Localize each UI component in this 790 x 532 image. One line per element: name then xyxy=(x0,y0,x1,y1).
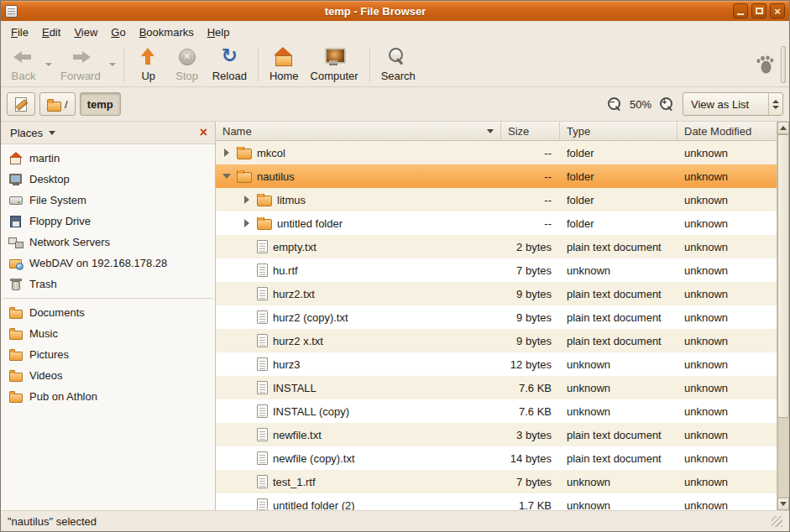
expander-collapsed-icon[interactable] xyxy=(241,219,252,227)
sidebar-item-trash[interactable]: Trash xyxy=(1,274,215,295)
home-icon xyxy=(8,152,24,165)
search-icon xyxy=(387,47,409,67)
list-column: Name Size Type Date Modified mkcol--fold… xyxy=(216,122,777,510)
file-row-nautilus[interactable]: nautilus--folderunknown xyxy=(216,164,777,188)
minimize-button[interactable] xyxy=(733,3,748,18)
menu-go[interactable]: Go xyxy=(104,23,132,42)
sidebar-item-desktop[interactable]: Desktop xyxy=(1,169,215,190)
size-cell: 14 bytes xyxy=(501,452,560,465)
computer-button[interactable]: Computer xyxy=(305,45,364,84)
resize-grip[interactable] xyxy=(772,516,782,527)
column-header-type[interactable]: Type xyxy=(560,122,678,140)
zoom-in-button[interactable]: + xyxy=(660,97,673,111)
titlebar[interactable]: temp - File Browser xyxy=(1,1,789,21)
menu-help[interactable]: Help xyxy=(201,23,237,42)
network-icon xyxy=(8,236,24,249)
column-header-size[interactable]: Size xyxy=(501,122,560,140)
view-mode-select[interactable]: View as List xyxy=(683,92,783,116)
reload-button[interactable]: Reload xyxy=(207,45,253,84)
sidebar-mode-select[interactable]: Places xyxy=(7,125,59,141)
menu-file[interactable]: File xyxy=(4,23,35,42)
file-row-untitled-folder-2-[interactable]: untitled folder (2)1.7 KBunknownunknown xyxy=(216,493,777,510)
text-file-icon xyxy=(257,498,268,510)
path-button-current[interactable]: temp xyxy=(80,92,121,116)
menu-edit[interactable]: Edit xyxy=(35,23,67,42)
toolbar-separator xyxy=(258,47,259,82)
main-area: Places martinDesktopFile SystemFloppy Dr… xyxy=(1,122,789,510)
expander-expanded-icon[interactable] xyxy=(221,174,232,179)
column-label: Type xyxy=(567,125,590,138)
file-row-test-1-rtf[interactable]: test_1.rtf7 bytesunknownunknown xyxy=(216,470,777,493)
stop-label: Stop xyxy=(175,70,198,82)
size-cell: -- xyxy=(501,217,560,230)
back-label: Back xyxy=(12,70,36,82)
forward-label: Forward xyxy=(60,70,101,82)
date-modified-cell: unknown xyxy=(678,358,777,371)
scroll-up-button[interactable] xyxy=(777,122,789,134)
text-file-icon xyxy=(257,451,268,465)
file-row-hurz2-copy-txt[interactable]: hurz2 (copy).txt9 bytesplain text docume… xyxy=(216,305,777,329)
sidebar-item-network-servers[interactable]: Network Servers xyxy=(1,232,215,253)
chevron-down-icon xyxy=(49,131,55,135)
home-button[interactable]: Home xyxy=(264,45,305,84)
file-row-newfile-txt[interactable]: newfile.txt3 bytesplain text documentunk… xyxy=(216,423,777,446)
menu-bookmarks[interactable]: Bookmarks xyxy=(133,23,201,42)
file-name: hurz2 (copy).txt xyxy=(273,311,348,324)
stop-button: Stop xyxy=(168,45,207,84)
column-header-name[interactable]: Name xyxy=(216,122,501,140)
file-row-hurz3[interactable]: hurz312 bytesunknownunknown xyxy=(216,352,777,376)
file-row-INSTALL[interactable]: INSTALL7.6 KBunknownunknown xyxy=(216,376,777,399)
close-button[interactable] xyxy=(770,3,785,18)
vertical-scrollbar[interactable] xyxy=(777,122,789,510)
date-modified-cell: unknown xyxy=(678,452,777,465)
menu-view[interactable]: View xyxy=(67,23,104,42)
up-label: Up xyxy=(141,70,155,82)
sidebar-close-button[interactable] xyxy=(198,126,209,139)
maximize-button[interactable] xyxy=(751,3,766,18)
expander-collapsed-icon[interactable] xyxy=(241,196,252,204)
file-row-hu-rtf[interactable]: hu.rtf7 bytesunknownunknown xyxy=(216,258,777,282)
toolbar-grip[interactable] xyxy=(781,46,786,83)
file-name: untitled folder xyxy=(277,217,343,230)
file-row-empty-txt[interactable]: empty.txt2 bytesplain text documentunkno… xyxy=(216,235,777,258)
file-row-mkcol[interactable]: mkcol--folderunknown xyxy=(216,141,777,164)
sidebar-item-floppy-drive[interactable]: Floppy Drive xyxy=(1,211,215,232)
date-modified-cell: unknown xyxy=(678,382,777,394)
size-cell: -- xyxy=(501,170,560,183)
location-bar: / temp − 50% + View as List xyxy=(1,87,789,122)
name-cell: empty.txt xyxy=(216,240,501,253)
back-history-dropdown xyxy=(43,45,55,84)
zoom-out-button[interactable]: − xyxy=(608,97,621,111)
scrollbar-thumb[interactable] xyxy=(777,134,789,418)
size-cell: 3 bytes xyxy=(501,429,560,441)
file-row-untitled-folder[interactable]: untitled folder--folderunknown xyxy=(216,211,777,235)
file-name: hurz2 x.txt xyxy=(273,335,323,347)
sidebar-item-pictures[interactable]: Pictures xyxy=(1,344,215,365)
edit-location-toggle[interactable] xyxy=(7,92,35,116)
scroll-down-button[interactable] xyxy=(777,498,789,510)
scrollbar-track[interactable] xyxy=(777,134,789,498)
sort-arrow-icon xyxy=(487,129,494,133)
file-row-INSTALL-copy-[interactable]: INSTALL (copy)7.6 KBunknownunknown xyxy=(216,399,777,423)
sidebar-item-music[interactable]: Music xyxy=(1,323,215,344)
expander-collapsed-icon[interactable] xyxy=(221,149,232,157)
file-row-hurz2-x-txt[interactable]: hurz2 x.txt9 bytesplain text documentunk… xyxy=(216,329,777,352)
sidebar-item-webdav-on-192-168-178-28[interactable]: WebDAV on 192.168.178.28 xyxy=(1,253,215,274)
back-button: Back xyxy=(4,45,43,84)
file-row-litmus[interactable]: litmus--folderunknown xyxy=(216,188,777,211)
sidebar-item-pub-on-athlon[interactable]: Pub on Athlon xyxy=(1,386,215,407)
search-button[interactable]: Search xyxy=(375,45,421,84)
file-row-newfile-copy-txt[interactable]: newfile (copy).txt14 bytesplain text doc… xyxy=(216,446,777,470)
floppy-icon xyxy=(8,215,24,228)
sidebar-item-documents[interactable]: Documents xyxy=(1,302,215,323)
sidebar-item-martin[interactable]: martin xyxy=(1,148,215,169)
size-cell: 7.6 KB xyxy=(501,382,560,394)
up-button[interactable]: Up xyxy=(129,45,168,84)
path-button-root[interactable]: / xyxy=(39,92,76,116)
file-row-hurz2-txt[interactable]: hurz2.txt9 bytesplain text documentunkno… xyxy=(216,282,777,305)
size-cell: 9 bytes xyxy=(501,311,560,324)
column-header-date-modified[interactable]: Date Modified xyxy=(678,122,777,140)
sidebar-item-file-system[interactable]: File System xyxy=(1,190,215,211)
name-cell: INSTALL (copy) xyxy=(216,404,501,418)
sidebar-item-videos[interactable]: Videos xyxy=(1,365,215,386)
